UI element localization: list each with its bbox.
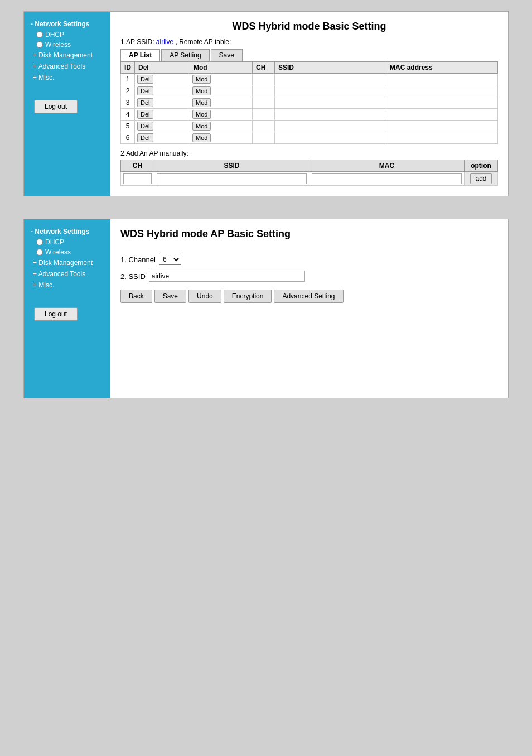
del-button[interactable]: Del [137,98,153,107]
sidebar-2-advanced-tools[interactable]: + Advanced Tools [28,268,106,280]
row-del: Del [135,132,190,144]
mod-button[interactable]: Mod [192,75,211,84]
row-ssid [275,132,386,144]
dhcp-label-2: DHCP [45,238,64,246]
sidebar-wireless[interactable]: Wireless [28,40,106,50]
del-button[interactable]: Del [137,86,153,95]
tab-save[interactable]: Save [211,49,243,61]
wireless-radio[interactable] [36,41,43,48]
undo-button[interactable]: Undo [188,290,221,303]
ssid-label: 2. SSID [120,272,146,281]
add-ap-title: 2.Add An AP manually: [120,150,498,157]
dhcp-label: DHCP [45,31,64,38]
table-row: 5 Del Mod [121,121,498,132]
ap-table: ID Del Mod CH SSID MAC address 1 Del Mod… [120,61,498,144]
channel-select[interactable]: 12345678910111213 [159,254,181,265]
table-row: 2 Del Mod [121,85,498,97]
del-button[interactable]: Del [137,75,153,84]
wireless-radio-2[interactable] [36,249,43,256]
mod-button[interactable]: Mod [192,98,211,107]
sidebar-1: - Network Settings DHCP Wireless + Disk … [24,12,110,196]
panel-2: - Network Settings DHCP Wireless + Disk … [23,219,509,398]
row-ch [253,97,275,109]
ssid-input[interactable] [149,271,305,282]
sidebar-2-misc[interactable]: + Misc. [28,280,106,291]
sidebar-2-network-settings[interactable]: - Network Settings [28,226,106,237]
dhcp-radio[interactable] [36,31,43,38]
sidebar-dhcp[interactable]: DHCP [28,30,106,40]
sidebar-network-settings[interactable]: - Network Settings [28,18,106,30]
tab-ap-setting[interactable]: AP Setting [161,49,209,61]
add-mac-input[interactable] [312,173,462,184]
sidebar-misc[interactable]: + Misc. [28,72,106,83]
del-button[interactable]: Del [137,133,153,142]
sidebar-advanced-tools[interactable]: + Advanced Tools [28,61,106,72]
add-ssid-input[interactable] [157,173,307,184]
ssid-row: 2. SSID [120,271,498,282]
row-ssid [275,121,386,132]
row-id: 6 [121,132,135,144]
row-ch [253,132,275,144]
row-del: Del [135,74,190,85]
row-mod: Mod [190,109,253,121]
row-ssid [275,74,386,85]
col-del: Del [135,62,190,74]
col-ch: CH [253,62,275,74]
back-button[interactable]: Back [120,290,152,303]
sidebar-disk-management[interactable]: + Disk Management [28,50,106,61]
row-id: 1 [121,74,135,85]
channel-row: 1. Channel 12345678910111213 [120,254,498,265]
table-row: 1 Del Mod [121,74,498,85]
row-mac [386,97,498,109]
add-col-ssid: SSID [154,160,309,172]
row-id: 2 [121,85,135,97]
page-title-1: WDS Hybrid mode Basic Setting [120,21,498,32]
row-mac [386,85,498,97]
table-row: 3 Del Mod [121,97,498,109]
row-id: 5 [121,121,135,132]
wireless-label: Wireless [45,41,71,49]
row-id: 4 [121,109,135,121]
sidebar-2-dhcp[interactable]: DHCP [28,237,106,247]
mod-button[interactable]: Mod [192,86,211,95]
sidebar-2-wireless[interactable]: Wireless [28,247,106,257]
action-buttons: BackSaveUndoEncryptionAdvanced Setting [120,290,498,303]
table-row: 6 Del Mod [121,132,498,144]
col-mac: MAC address [386,62,498,74]
row-del: Del [135,121,190,132]
add-ap-table: CH SSID MAC option add [120,160,498,186]
add-ch-input[interactable] [123,173,152,184]
row-ch [253,85,275,97]
add-col-ch: CH [121,160,154,172]
del-button[interactable]: Del [137,110,153,119]
del-button[interactable]: Del [137,122,153,131]
col-id: ID [121,62,135,74]
row-ch [253,121,275,132]
mod-button[interactable]: Mod [192,122,211,131]
row-ch [253,74,275,85]
row-mod: Mod [190,132,253,144]
advanced-setting-button[interactable]: Advanced Setting [274,290,343,303]
dhcp-radio-2[interactable] [36,239,43,245]
row-ssid [275,97,386,109]
main-content-2: WDS Hybrid mode AP Basic Setting 1. Chan… [110,219,508,398]
row-del: Del [135,85,190,97]
row-ssid [275,85,386,97]
add-ap-button[interactable]: add [470,173,491,184]
save-button[interactable]: Save [154,290,186,303]
sidebar-2-disk-management[interactable]: + Disk Management [28,257,106,268]
mod-button[interactable]: Mod [192,133,211,142]
ap-ssid-value: airlive [156,38,173,46]
logout-button-1[interactable]: Log out [34,100,78,113]
logout-button-2[interactable]: Log out [34,307,78,321]
panel-1: - Network Settings DHCP Wireless + Disk … [23,11,509,196]
row-del: Del [135,109,190,121]
encryption-button[interactable]: Encryption [224,290,272,303]
row-del: Del [135,97,190,109]
table-row: 4 Del Mod [121,109,498,121]
channel-label: 1. Channel [120,256,156,264]
row-mod: Mod [190,97,253,109]
mod-button[interactable]: Mod [192,110,211,119]
tab-ap-list[interactable]: AP List [120,49,160,61]
row-mac [386,132,498,144]
